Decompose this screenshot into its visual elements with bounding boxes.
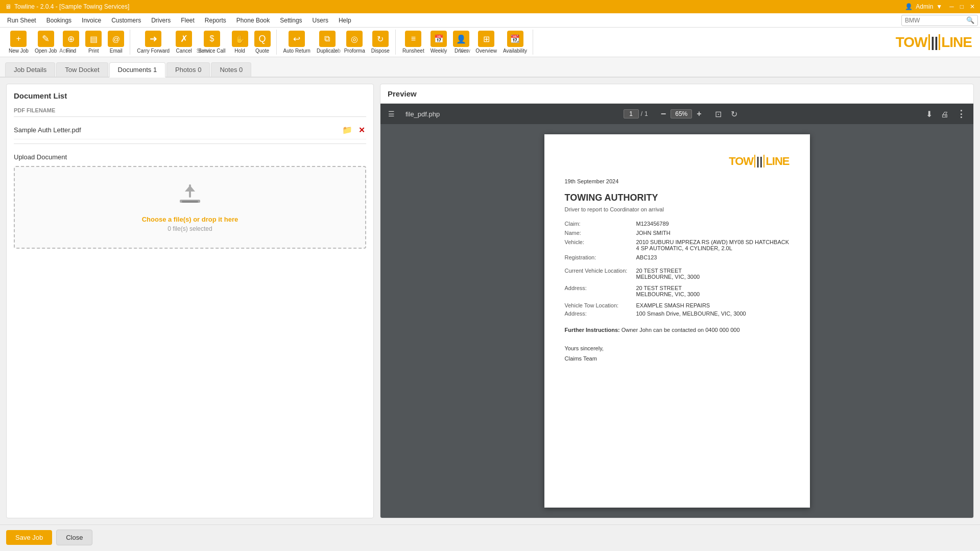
pdf-viewer: ☰ file_pdf.php 1 / 1 − 65% + ⊡ ↻ ⬇ 🖨	[380, 104, 973, 518]
runsheet-label: Runsheet	[402, 48, 424, 54]
menu-phone-book[interactable]: Phone Book	[231, 15, 275, 26]
new-job-button[interactable]: + New Job	[6, 30, 31, 55]
pdf-tow-location-row: Vehicle Tow Location: EXAMPLE SMASH REPA…	[565, 302, 790, 308]
pdf-name-value: JOHN SMITH	[636, 230, 671, 236]
window-minimize[interactable]: ─	[949, 3, 954, 10]
pdf-page-controls: 1 / 1	[624, 109, 648, 118]
menu-reports[interactable]: Reports	[200, 15, 231, 26]
document-list-title: Document List	[14, 91, 366, 100]
pdf-current-location-row: Current Vehicle Location: 20 TEST STREET…	[565, 268, 790, 280]
tab-notes[interactable]: Notes 0	[211, 62, 251, 77]
auto-return-button[interactable]: ↩ Auto Return	[281, 30, 313, 55]
pdf-claim-value: M123456789	[636, 221, 669, 227]
find-icon: ⊕	[63, 31, 79, 47]
weekly-button[interactable]: 📅 Weekly	[428, 30, 450, 55]
carry-forward-button[interactable]: ➜ Carry Forward	[134, 30, 172, 55]
pdf-address-label: Address:	[565, 285, 631, 297]
tab-bar: Job Details Tow Docket Documents 1 Photo…	[0, 57, 980, 78]
hold-button[interactable]: ✋ Hold	[229, 30, 251, 55]
menu-help[interactable]: Help	[333, 15, 356, 26]
document-row: Sample Auth Letter.pdf 📁 ✕	[14, 121, 366, 139]
pdf-current-location-value: 20 TEST STREETMELBOURNE, VIC, 3000	[636, 268, 700, 280]
user-chevron[interactable]: ▼	[936, 3, 942, 10]
pdf-zoom-in-button[interactable]: +	[694, 108, 704, 120]
bottom-bar: Save Job Close	[0, 524, 980, 550]
upload-choose-text[interactable]: Choose a file(s) or drop it here	[30, 215, 350, 223]
pdf-rotate-button[interactable]: ↻	[728, 108, 740, 121]
dispose-icon: ↻	[372, 31, 389, 47]
pdf-zoom-out-button[interactable]: −	[658, 107, 669, 121]
print-button[interactable]: ▤ Print	[83, 30, 104, 55]
proforma-icon: ◎	[346, 31, 363, 47]
weekly-icon: 📅	[431, 31, 447, 47]
pdf-filename: file_pdf.php	[405, 110, 440, 118]
proforma-label: Proforma	[344, 48, 365, 54]
hold-icon: ✋	[232, 31, 248, 47]
quote-label: Quote	[255, 48, 269, 54]
pdf-download-button[interactable]: ⬇	[923, 108, 935, 121]
pdf-zoom-controls: − 65% +	[658, 107, 704, 121]
doc-delete-button[interactable]: ✕	[357, 125, 366, 136]
pdf-tow-location-value: EXAMPLE SMASH REPAIRS	[636, 302, 710, 308]
doc-open-button[interactable]: 📁	[341, 124, 353, 136]
upload-dropzone[interactable]: Choose a file(s) or drop it here 0 file(…	[14, 166, 366, 249]
menu-invoice[interactable]: Invoice	[77, 15, 106, 26]
close-button[interactable]: Close	[56, 530, 92, 545]
menu-search-container[interactable]: 🔍	[901, 15, 978, 26]
pdf-tow-address-label: Address:	[565, 310, 631, 317]
quote-button[interactable]: Q Quote	[252, 30, 273, 55]
pdf-page-input[interactable]: 1	[624, 109, 639, 118]
print-label: Print	[88, 48, 99, 54]
preview-panel: Preview ☰ file_pdf.php 1 / 1 − 65% + ⊡ ↻	[380, 84, 974, 518]
menu-fleet[interactable]: Fleet	[176, 15, 200, 26]
doc-actions: 📁 ✕	[341, 124, 366, 136]
pdf-menu-icon[interactable]: ☰	[386, 108, 397, 119]
menu-bookings[interactable]: Bookings	[41, 15, 77, 26]
overview-button[interactable]: ⊞ Overview	[473, 30, 499, 55]
tab-tow-docket[interactable]: Tow Docket	[56, 62, 108, 77]
tab-documents[interactable]: Documents 1	[109, 62, 166, 78]
menu-customers[interactable]: Customers	[106, 15, 146, 26]
logo-area: TOW||LINE	[896, 30, 977, 55]
cancel-button[interactable]: ✗ Cancel	[173, 30, 195, 55]
email-button[interactable]: @ Email	[105, 30, 127, 55]
menu-users[interactable]: Users	[307, 15, 333, 26]
pdf-further-label: Further Instructions:	[565, 327, 620, 333]
dispose-button[interactable]: ↻ Dispose	[369, 30, 392, 55]
tab-job-details[interactable]: Job Details	[5, 62, 55, 77]
proforma-button[interactable]: ◎ Proforma	[342, 30, 368, 55]
pdf-field-name: Name: JOHN SMITH	[565, 230, 790, 236]
window-maximize[interactable]: □	[960, 3, 964, 10]
menu-drivers[interactable]: Drivers	[146, 15, 176, 26]
pdf-sincerely: Yours sincerely,	[565, 345, 790, 351]
logo-line: LINE	[941, 34, 972, 50]
pdf-doc-title: TOWING AUTHORITY	[565, 193, 790, 203]
choose-file-link[interactable]: Choose a file(s)	[142, 215, 192, 223]
runsheet-icon: ≡	[405, 31, 421, 47]
window-close[interactable]: ✕	[970, 3, 975, 10]
save-job-button[interactable]: Save Job	[6, 530, 52, 545]
runsheet-button[interactable]: ≡ Runsheet	[400, 30, 427, 55]
pdf-more-button[interactable]: ⋮	[954, 107, 968, 121]
toolbar-group-job: ↩ Auto Return ⧉ Duplicate ◎ Proforma ↻ D…	[278, 30, 396, 55]
pdf-field-claim: Claim: M123456789	[565, 221, 790, 227]
availability-button[interactable]: 📆 Availability	[500, 30, 530, 55]
pdf-zoom-input[interactable]: 65%	[671, 109, 692, 118]
tab-photos[interactable]: Photos 0	[166, 62, 210, 77]
overview-icon: ⊞	[478, 31, 494, 47]
main-content: Document List PDF FILENAME Sample Auth L…	[0, 78, 980, 524]
pdf-print-button[interactable]: 🖨	[938, 108, 951, 120]
menu-run-sheet[interactable]: Run Sheet	[2, 15, 41, 26]
cancel-label: Cancel	[176, 48, 192, 54]
search-input[interactable]	[905, 17, 966, 24]
user-label: Admin	[916, 3, 933, 10]
job-group-label: Job	[332, 48, 341, 54]
view-group-label: View	[459, 48, 470, 54]
overview-label: Overview	[475, 48, 497, 54]
search-icon: 🔍	[966, 16, 974, 24]
open-job-button[interactable]: ✎ Open Job	[32, 30, 59, 55]
pdf-fit-page-button[interactable]: ⊡	[712, 108, 724, 121]
menu-settings[interactable]: Settings	[275, 15, 307, 26]
pdf-tow-location-label: Vehicle Tow Location:	[565, 302, 631, 308]
auto-return-icon: ↩	[289, 31, 305, 47]
